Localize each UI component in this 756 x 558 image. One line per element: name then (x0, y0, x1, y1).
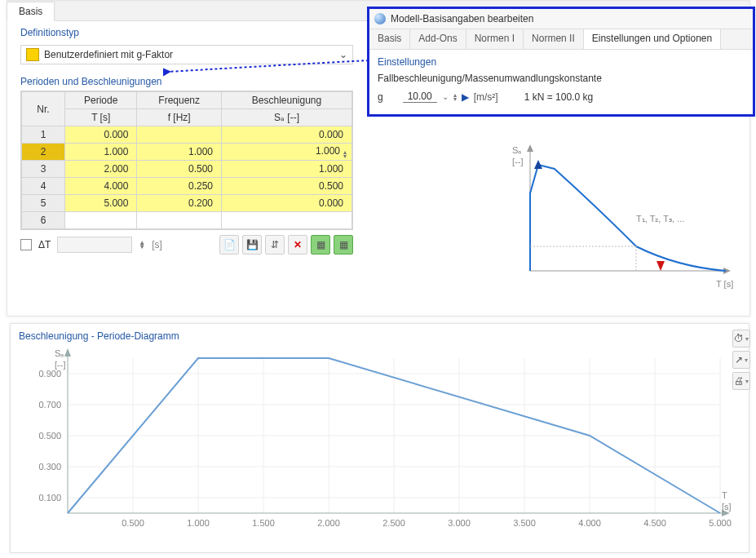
svg-text:T [s]: T [s] (716, 279, 733, 289)
cell-periode[interactable]: 2.000 (65, 161, 137, 178)
modal-section-label: Einstellungen (378, 56, 745, 68)
insert-row-button[interactable]: ▦ (311, 235, 330, 255)
table-row[interactable]: 6 (22, 212, 352, 229)
svg-text:[--]: [--] (55, 360, 65, 370)
svg-marker-1 (527, 144, 533, 152)
svg-text:0.900: 0.900 (38, 369, 61, 379)
svg-text:5.000: 5.000 (709, 518, 732, 528)
cell-frequenz[interactable]: 0.200 (137, 195, 222, 212)
cell-nr: 3 (22, 161, 65, 178)
svg-text:T₁, T₂, T₃, ...: T₁, T₂, T₃, ... (636, 214, 684, 224)
type-color-swatch (26, 48, 39, 61)
delete-row-button[interactable]: ✕ (288, 235, 307, 255)
open-file-button[interactable]: 📄 (219, 235, 239, 255)
append-row-button[interactable]: ▦ (334, 235, 353, 255)
save-button[interactable]: 💾 (242, 235, 262, 255)
th-frequenz-unit: f [Hz] (137, 109, 222, 126)
cell-sa[interactable]: 1.000 (221, 161, 351, 178)
cell-sa[interactable] (221, 212, 351, 229)
svg-text:2.000: 2.000 (317, 518, 340, 528)
svg-text:[s]: [s] (722, 502, 732, 512)
definitionstyp-label: Definitionstyp (15, 20, 358, 42)
cell-sa-edit[interactable]: 1.000▴▾ (221, 144, 351, 161)
arrow-right-icon[interactable]: ▶ (462, 91, 469, 103)
table-row[interactable]: 21.0001.0001.000▴▾ (22, 144, 352, 161)
table-row[interactable]: 55.0000.2000.000 (22, 195, 352, 212)
svg-text:T: T (722, 490, 727, 500)
svg-text:3.000: 3.000 (448, 518, 471, 528)
g-unit: [m/s²] (474, 91, 498, 103)
table-row[interactable]: 44.0000.2500.500 (22, 178, 352, 195)
chevron-down-icon: ⌄ (334, 49, 352, 60)
th-beschl: Beschleunigung (221, 92, 351, 109)
cell-nr: 4 (22, 178, 65, 195)
g-value-input[interactable]: 10.00 (403, 91, 437, 103)
th-frequenz: Frequenz (137, 92, 222, 109)
cell-frequenz[interactable]: 0.500 (137, 161, 222, 178)
sort-button[interactable]: ⇵ (265, 235, 285, 255)
svg-marker-8 (657, 261, 665, 271)
modal-tabs[interactable]: BasisAdd-OnsNormen INormen IIEinstellung… (369, 29, 753, 50)
definition-type-dropdown[interactable]: Benutzerdefiniert mit g-Faktor ⌄ (20, 45, 353, 64)
cell-periode[interactable]: 0.000 (65, 126, 137, 144)
modal-tab-0[interactable]: Basis (369, 29, 410, 49)
modal-tab-4[interactable]: Einstellungen und Optionen (584, 29, 721, 49)
cell-sa[interactable]: 0.000 (221, 126, 351, 144)
acceleration-period-chart: Beschleunigung - Periode-Diagramm 0.1000… (10, 323, 749, 553)
svg-text:4.000: 4.000 (578, 518, 601, 528)
cell-frequenz[interactable]: 1.000 (137, 144, 222, 161)
dropdown-text: Benutzerdefiniert mit g-Faktor (44, 49, 334, 60)
svg-text:1.500: 1.500 (252, 518, 275, 528)
spectrum-thumbnail: Sₐ [--] T [s] T₁, T₂, T₃, ... (497, 140, 742, 303)
svg-text:1.000: 1.000 (187, 518, 210, 528)
cell-frequenz[interactable]: 0.250 (137, 178, 222, 195)
svg-text:0.100: 0.100 (38, 493, 61, 503)
cell-sa[interactable]: 0.500 (221, 178, 351, 195)
app-icon (374, 13, 386, 24)
cell-nr: 1 (22, 126, 65, 144)
cell-frequenz[interactable] (137, 212, 222, 229)
perioden-label: Perioden und Beschleunigungen (15, 73, 358, 91)
cell-periode[interactable]: 5.000 (65, 195, 137, 212)
cell-nr: 5 (22, 195, 65, 212)
table-row[interactable]: 10.0000.000 (22, 126, 352, 144)
dt-spinner[interactable]: ▲▼ (139, 241, 145, 249)
g-symbol: g (378, 91, 383, 103)
g-spinner[interactable]: ▴▾ (453, 93, 457, 101)
table-row[interactable]: 32.0000.5001.000 (22, 161, 352, 178)
perioden-table[interactable]: Nr. Periode Frequenz Beschleunigung T [s… (20, 91, 353, 230)
svg-text:[--]: [--] (512, 157, 523, 166)
svg-text:0.300: 0.300 (38, 462, 61, 472)
modal-tab-3[interactable]: Normen II (524, 29, 584, 49)
svg-text:Sₐ: Sₐ (55, 348, 64, 358)
modal-title: Modell-Basisangaben bearbeiten (391, 13, 533, 24)
modal-tab-1[interactable]: Add-Ons (410, 29, 466, 49)
cell-sa[interactable]: 0.000 (221, 195, 351, 212)
svg-marker-7 (534, 160, 542, 169)
chart-title: Beschleunigung - Periode-Diagramm (11, 324, 749, 342)
modal-desc: Fallbeschleunigung/Massenumwandlungskons… (378, 73, 745, 84)
th-beschl-unit: Sₐ [--] (221, 109, 351, 126)
modal-tab-2[interactable]: Normen I (466, 29, 524, 49)
cell-frequenz[interactable] (137, 126, 222, 144)
cell-periode[interactable]: 4.000 (65, 178, 137, 195)
chevron-down-icon[interactable]: ⌄ (442, 92, 449, 101)
model-settings-modal: Modell-Basisangaben bearbeiten BasisAdd-… (367, 7, 755, 117)
chart-print-button[interactable]: 🖨▾ (732, 372, 750, 390)
dt-input[interactable] (57, 237, 132, 253)
cell-periode[interactable] (65, 212, 137, 229)
svg-text:0.500: 0.500 (122, 518, 144, 528)
th-periode-unit: T [s] (65, 109, 137, 126)
dt-checkbox[interactable] (20, 239, 32, 250)
cell-nr: 2 (22, 144, 65, 161)
chart-stopwatch-button[interactable]: ⏱▾ (732, 330, 750, 348)
cell-periode[interactable]: 1.000 (65, 144, 137, 161)
tab-basis[interactable]: Basis (7, 2, 55, 21)
svg-marker-43 (64, 348, 71, 356)
svg-text:Sₐ: Sₐ (512, 145, 521, 155)
svg-text:4.500: 4.500 (643, 518, 666, 528)
chart-axis-button[interactable]: ↗▾ (732, 351, 750, 369)
svg-text:0.500: 0.500 (38, 431, 61, 441)
svg-text:0.700: 0.700 (38, 400, 61, 410)
svg-text:2.500: 2.500 (382, 518, 405, 528)
